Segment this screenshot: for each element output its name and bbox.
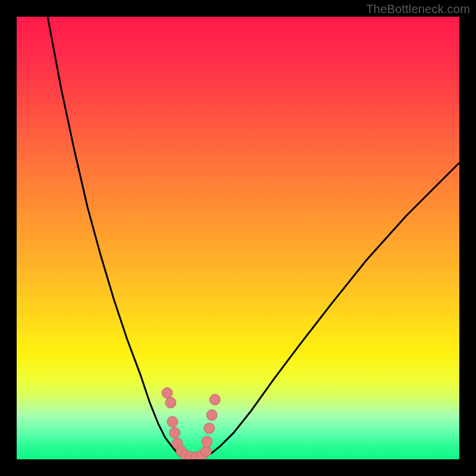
data-marker (167, 416, 178, 427)
watermark-text: TheBottleneck.com (366, 2, 470, 16)
data-markers (162, 387, 220, 459)
data-marker (202, 436, 212, 447)
data-marker (204, 423, 215, 434)
right-curve (203, 163, 460, 457)
plot-area (17, 17, 459, 459)
data-marker (165, 397, 176, 408)
data-marker (162, 387, 173, 398)
chart-svg (17, 17, 459, 459)
chart-frame: TheBottleneck.com (0, 0, 476, 476)
data-marker (170, 427, 180, 438)
data-marker (209, 394, 220, 405)
data-marker (201, 446, 211, 457)
data-marker (206, 410, 217, 421)
